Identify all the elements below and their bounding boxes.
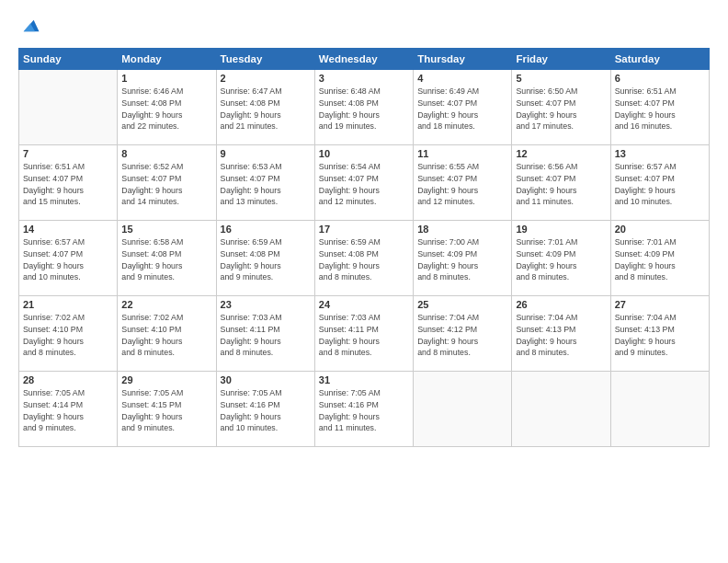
day-info: Sunrise: 7:05 AMSunset: 4:16 PMDaylight:… bbox=[319, 387, 409, 434]
week-row-3: 21Sunrise: 7:02 AMSunset: 4:10 PMDayligh… bbox=[19, 296, 710, 372]
calendar-cell: 21Sunrise: 7:02 AMSunset: 4:10 PMDayligh… bbox=[19, 296, 118, 372]
day-info: Sunrise: 6:56 AMSunset: 4:07 PMDaylight:… bbox=[516, 161, 606, 208]
day-info: Sunrise: 6:58 AMSunset: 4:08 PMDaylight:… bbox=[121, 236, 211, 283]
day-number: 20 bbox=[615, 224, 705, 235]
calendar-cell: 3Sunrise: 6:48 AMSunset: 4:08 PMDaylight… bbox=[314, 70, 413, 145]
calendar-cell: 31Sunrise: 7:05 AMSunset: 4:16 PMDayligh… bbox=[314, 372, 413, 447]
calendar: SundayMondayTuesdayWednesdayThursdayFrid… bbox=[18, 48, 710, 447]
calendar-cell: 9Sunrise: 6:53 AMSunset: 4:07 PMDaylight… bbox=[216, 145, 314, 221]
day-info: Sunrise: 7:04 AMSunset: 4:13 PMDaylight:… bbox=[615, 312, 705, 359]
calendar-cell: 15Sunrise: 6:58 AMSunset: 4:08 PMDayligh… bbox=[118, 221, 216, 296]
day-info: Sunrise: 6:59 AMSunset: 4:08 PMDaylight:… bbox=[221, 236, 311, 283]
day-info: Sunrise: 7:05 AMSunset: 4:16 PMDaylight:… bbox=[221, 387, 311, 434]
calendar-cell: 28Sunrise: 7:05 AMSunset: 4:14 PMDayligh… bbox=[19, 372, 118, 447]
day-info: Sunrise: 7:01 AMSunset: 4:09 PMDaylight:… bbox=[615, 236, 705, 283]
calendar-cell: 5Sunrise: 6:50 AMSunset: 4:07 PMDaylight… bbox=[512, 70, 610, 145]
day-info: Sunrise: 7:02 AMSunset: 4:10 PMDaylight:… bbox=[23, 312, 113, 359]
day-info: Sunrise: 7:05 AMSunset: 4:15 PMDaylight:… bbox=[121, 387, 211, 434]
calendar-cell: 2Sunrise: 6:47 AMSunset: 4:08 PMDaylight… bbox=[216, 70, 314, 145]
day-info: Sunrise: 6:50 AMSunset: 4:07 PMDaylight:… bbox=[516, 86, 606, 132]
logo-icon bbox=[20, 17, 40, 37]
day-number: 22 bbox=[121, 299, 211, 310]
day-info: Sunrise: 6:54 AMSunset: 4:07 PMDaylight:… bbox=[319, 161, 409, 208]
calendar-cell: 26Sunrise: 7:04 AMSunset: 4:13 PMDayligh… bbox=[512, 296, 610, 372]
day-info: Sunrise: 6:46 AMSunset: 4:08 PMDaylight:… bbox=[121, 86, 211, 132]
day-info: Sunrise: 7:04 AMSunset: 4:13 PMDaylight:… bbox=[516, 312, 606, 359]
day-number: 8 bbox=[121, 148, 211, 159]
day-number: 19 bbox=[516, 224, 606, 235]
day-info: Sunrise: 7:02 AMSunset: 4:10 PMDaylight:… bbox=[121, 312, 211, 359]
day-number: 30 bbox=[221, 374, 311, 385]
calendar-cell: 12Sunrise: 6:56 AMSunset: 4:07 PMDayligh… bbox=[512, 145, 610, 221]
day-info: Sunrise: 6:49 AMSunset: 4:07 PMDaylight:… bbox=[417, 86, 507, 132]
calendar-cell: 16Sunrise: 6:59 AMSunset: 4:08 PMDayligh… bbox=[216, 221, 314, 296]
day-info: Sunrise: 6:51 AMSunset: 4:07 PMDaylight:… bbox=[615, 86, 705, 132]
day-info: Sunrise: 6:52 AMSunset: 4:07 PMDaylight:… bbox=[121, 161, 211, 208]
calendar-cell: 7Sunrise: 6:51 AMSunset: 4:07 PMDaylight… bbox=[19, 145, 118, 221]
day-number: 23 bbox=[221, 299, 311, 310]
day-number: 1 bbox=[121, 73, 211, 84]
day-info: Sunrise: 7:03 AMSunset: 4:11 PMDaylight:… bbox=[319, 312, 409, 359]
week-row-1: 7Sunrise: 6:51 AMSunset: 4:07 PMDaylight… bbox=[19, 145, 710, 221]
calendar-cell: 27Sunrise: 7:04 AMSunset: 4:13 PMDayligh… bbox=[610, 296, 709, 372]
day-number: 3 bbox=[319, 73, 409, 84]
header bbox=[18, 17, 710, 40]
calendar-cell: 22Sunrise: 7:02 AMSunset: 4:10 PMDayligh… bbox=[118, 296, 216, 372]
calendar-cell bbox=[512, 372, 610, 447]
day-number: 27 bbox=[615, 299, 705, 310]
calendar-cell bbox=[610, 372, 709, 447]
day-info: Sunrise: 6:57 AMSunset: 4:07 PMDaylight:… bbox=[23, 236, 113, 283]
col-header-tuesday: Tuesday bbox=[216, 49, 314, 70]
calendar-cell bbox=[19, 70, 118, 145]
day-info: Sunrise: 7:03 AMSunset: 4:11 PMDaylight:… bbox=[221, 312, 311, 359]
day-number: 29 bbox=[121, 374, 211, 385]
day-number: 5 bbox=[516, 73, 606, 84]
week-row-4: 28Sunrise: 7:05 AMSunset: 4:14 PMDayligh… bbox=[19, 372, 710, 447]
day-number: 7 bbox=[23, 148, 113, 159]
day-number: 2 bbox=[221, 73, 311, 84]
day-number: 31 bbox=[319, 374, 409, 385]
calendar-cell: 13Sunrise: 6:57 AMSunset: 4:07 PMDayligh… bbox=[610, 145, 709, 221]
day-number: 28 bbox=[23, 374, 113, 385]
calendar-cell: 24Sunrise: 7:03 AMSunset: 4:11 PMDayligh… bbox=[314, 296, 413, 372]
day-number: 12 bbox=[516, 148, 606, 159]
col-header-thursday: Thursday bbox=[414, 49, 512, 70]
day-number: 16 bbox=[221, 224, 311, 235]
calendar-cell: 19Sunrise: 7:01 AMSunset: 4:09 PMDayligh… bbox=[512, 221, 610, 296]
calendar-header-row: SundayMondayTuesdayWednesdayThursdayFrid… bbox=[19, 49, 710, 70]
day-info: Sunrise: 6:53 AMSunset: 4:07 PMDaylight:… bbox=[221, 161, 311, 208]
day-number: 18 bbox=[417, 224, 507, 235]
col-header-friday: Friday bbox=[512, 49, 610, 70]
day-info: Sunrise: 6:55 AMSunset: 4:07 PMDaylight:… bbox=[417, 161, 507, 208]
day-number: 10 bbox=[319, 148, 409, 159]
day-number: 4 bbox=[417, 73, 507, 84]
day-info: Sunrise: 6:59 AMSunset: 4:08 PMDaylight:… bbox=[319, 236, 409, 283]
day-number: 26 bbox=[516, 299, 606, 310]
day-number: 24 bbox=[319, 299, 409, 310]
page: SundayMondayTuesdayWednesdayThursdayFrid… bbox=[0, 0, 728, 563]
calendar-cell: 25Sunrise: 7:04 AMSunset: 4:12 PMDayligh… bbox=[414, 296, 512, 372]
calendar-cell: 8Sunrise: 6:52 AMSunset: 4:07 PMDaylight… bbox=[118, 145, 216, 221]
day-number: 17 bbox=[319, 224, 409, 235]
day-number: 6 bbox=[615, 73, 705, 84]
col-header-sunday: Sunday bbox=[19, 49, 118, 70]
day-number: 15 bbox=[121, 224, 211, 235]
day-info: Sunrise: 6:57 AMSunset: 4:07 PMDaylight:… bbox=[615, 161, 705, 208]
logo bbox=[18, 17, 40, 40]
calendar-cell bbox=[414, 372, 512, 447]
calendar-cell: 18Sunrise: 7:00 AMSunset: 4:09 PMDayligh… bbox=[414, 221, 512, 296]
col-header-monday: Monday bbox=[118, 49, 216, 70]
day-info: Sunrise: 6:51 AMSunset: 4:07 PMDaylight:… bbox=[23, 161, 113, 208]
col-header-wednesday: Wednesday bbox=[314, 49, 413, 70]
calendar-cell: 23Sunrise: 7:03 AMSunset: 4:11 PMDayligh… bbox=[216, 296, 314, 372]
week-row-2: 14Sunrise: 6:57 AMSunset: 4:07 PMDayligh… bbox=[19, 221, 710, 296]
calendar-cell: 17Sunrise: 6:59 AMSunset: 4:08 PMDayligh… bbox=[314, 221, 413, 296]
calendar-cell: 29Sunrise: 7:05 AMSunset: 4:15 PMDayligh… bbox=[118, 372, 216, 447]
week-row-0: 1Sunrise: 6:46 AMSunset: 4:08 PMDaylight… bbox=[19, 70, 710, 145]
day-number: 9 bbox=[221, 148, 311, 159]
calendar-cell: 6Sunrise: 6:51 AMSunset: 4:07 PMDaylight… bbox=[610, 70, 709, 145]
calendar-cell: 10Sunrise: 6:54 AMSunset: 4:07 PMDayligh… bbox=[314, 145, 413, 221]
calendar-cell: 20Sunrise: 7:01 AMSunset: 4:09 PMDayligh… bbox=[610, 221, 709, 296]
day-info: Sunrise: 6:48 AMSunset: 4:08 PMDaylight:… bbox=[319, 86, 409, 132]
day-info: Sunrise: 7:01 AMSunset: 4:09 PMDaylight:… bbox=[516, 236, 606, 283]
